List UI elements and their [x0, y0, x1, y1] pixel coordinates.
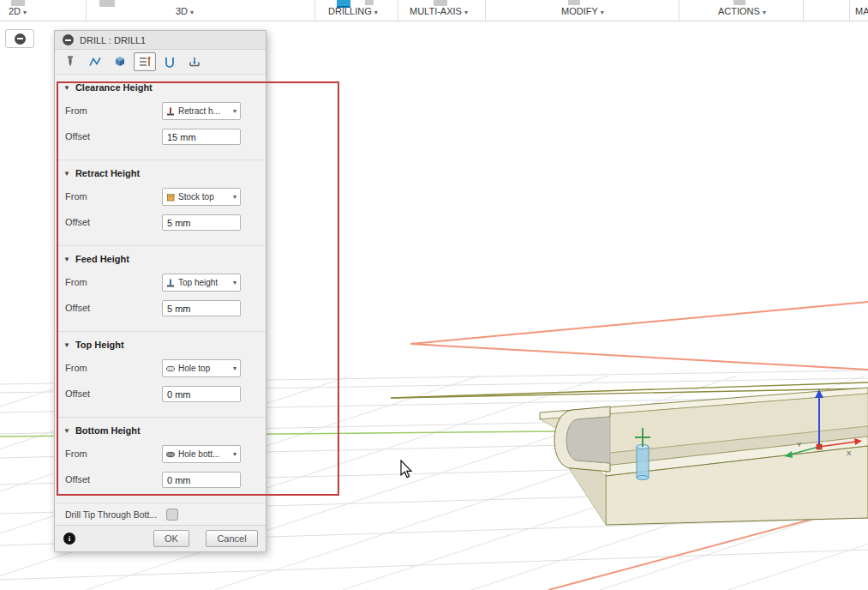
menu-actions[interactable]: ACTIONS▾ — [718, 6, 766, 16]
collapse-caret-icon: ▼ — [63, 256, 70, 263]
from-label: From — [65, 277, 87, 287]
dropdown-value: Hole bott... — [178, 449, 230, 459]
hole-bottom-icon — [165, 449, 176, 460]
offset-label: Offset — [65, 474, 90, 485]
toolbar-icon-partial[interactable] — [365, 0, 374, 5]
section-header[interactable]: ▼ Bottom Height — [63, 425, 141, 436]
toolbar-divider — [398, 0, 398, 21]
tab-tool[interactable] — [59, 52, 81, 71]
menu-3d[interactable]: 3D▾ — [176, 6, 194, 16]
menu-2d[interactable]: 2D▾ — [9, 6, 27, 16]
chevron-down-icon: ▾ — [23, 9, 27, 16]
drill-tip-checkbox[interactable] — [166, 509, 178, 521]
dialog-footer: i OK Cancel — [55, 526, 266, 551]
toolbar-icon-partial[interactable] — [99, 0, 115, 7]
dropdown-value: Top height — [178, 278, 230, 287]
hole-top-icon — [165, 364, 176, 374]
section-header[interactable]: ▼ Clearance Height — [63, 82, 153, 93]
cycle-tab-icon — [163, 55, 177, 69]
drill-tip-row: Drill Tip Through Bott... — [55, 503, 266, 526]
collapse-caret-icon: ▼ — [63, 427, 70, 435]
offset-label: Offset — [65, 303, 90, 313]
offset-label: Offset — [65, 388, 90, 399]
toolbar-icon-partial[interactable] — [11, 0, 25, 6]
collapse-caret-icon: ▼ — [63, 341, 70, 349]
toolbar-icon-partial[interactable] — [733, 0, 745, 5]
menu-drilling[interactable]: DRILLING▾ — [328, 6, 378, 16]
chevron-down-icon: ▾ — [233, 279, 237, 286]
dropdown-value: Stock top — [178, 192, 230, 202]
axis-x-label: X — [847, 449, 852, 457]
axis-y-label: Y — [797, 441, 802, 449]
clearance-from-dropdown[interactable]: Retract h... ▾ — [162, 102, 241, 120]
tab-heights[interactable] — [134, 52, 156, 71]
browser-collapse-button[interactable] — [5, 29, 34, 48]
info-icon[interactable]: i — [63, 533, 75, 545]
chevron-down-icon: ▾ — [233, 450, 237, 458]
menu-multi-axis[interactable]: MULTI-AXIS▾ — [410, 6, 468, 16]
toolbar-icon-partial[interactable] — [434, 0, 447, 6]
stock-top-icon — [165, 192, 176, 202]
chevron-down-icon: ▾ — [233, 193, 237, 201]
section-header[interactable]: ▼ Top Height — [63, 340, 124, 350]
from-label: From — [65, 191, 87, 202]
top-offset-input[interactable] — [162, 386, 241, 402]
toolbar-divider — [679, 0, 679, 21]
section-clearance-height: ▼ Clearance Height From Retract h... ▾ O… — [55, 75, 266, 160]
tab-cycle[interactable] — [159, 52, 181, 71]
toolbar-divider — [86, 0, 87, 21]
cancel-button[interactable]: Cancel — [206, 530, 258, 547]
feed-offset-input[interactable] — [162, 300, 241, 316]
feed-from-dropdown[interactable]: Top height ▾ — [162, 274, 241, 292]
drill-dialog: DRILL : DRILL1 ▼ Clearance Height From — [54, 30, 266, 552]
bottom-offset-input[interactable] — [162, 472, 241, 488]
from-label: From — [65, 449, 87, 459]
top-from-dropdown[interactable]: Hole top ▾ — [162, 359, 241, 377]
section-title: Retract Height — [75, 168, 140, 178]
retract-offset-input[interactable] — [162, 214, 241, 231]
chevron-down-icon: ▾ — [233, 107, 237, 115]
menu-ma-partial[interactable]: MA — [855, 6, 868, 16]
section-top-height: ▼ Top Height From Hole top ▾ Offset — [55, 332, 266, 418]
toolbar-divider — [314, 0, 315, 21]
dialog-tab-strip — [55, 50, 266, 75]
dialog-collapse-icon[interactable] — [63, 34, 74, 45]
tab-geometry[interactable] — [109, 52, 131, 71]
top-height-icon — [165, 278, 176, 288]
toolbar-divider — [849, 0, 850, 21]
section-title: Clearance Height — [75, 82, 153, 93]
dialog-title-bar[interactable]: DRILL : DRILL1 — [55, 31, 266, 50]
tab-toolpath[interactable] — [84, 52, 106, 71]
clearance-offset-input[interactable] — [162, 129, 241, 145]
from-label: From — [65, 363, 87, 373]
chevron-down-icon: ▾ — [464, 9, 468, 16]
offset-label: Offset — [65, 217, 90, 227]
dropdown-value: Retract h... — [178, 106, 230, 116]
ok-button[interactable]: OK — [153, 530, 189, 547]
toolpath-tab-icon — [88, 55, 102, 69]
section-title: Feed Height — [75, 254, 129, 264]
from-label: From — [65, 105, 87, 116]
tab-linking[interactable] — [183, 52, 206, 71]
ribbon-toolbar: 2D▾ 3D▾ DRILLING▾ MULTI-AXIS▾ MODIFY▾ AC… — [0, 0, 868, 21]
toolbar-icon-partial[interactable] — [568, 0, 580, 5]
chevron-down-icon: ▾ — [601, 9, 604, 16]
toolbar-divider — [803, 0, 804, 21]
dropdown-value: Hole top — [178, 364, 230, 373]
tool-tab-icon — [63, 55, 77, 69]
dialog-title: DRILL : DRILL1 — [80, 35, 146, 45]
retract-from-dropdown[interactable]: Stock top ▾ — [162, 188, 241, 206]
section-bottom-height: ▼ Bottom Height From Hole bott... ▾ Offs… — [55, 418, 266, 503]
chevron-down-icon: ▾ — [233, 364, 237, 372]
chevron-down-icon: ▾ — [190, 9, 194, 16]
section-header[interactable]: ▼ Feed Height — [63, 254, 129, 264]
collapse-caret-icon: ▼ — [63, 170, 70, 178]
section-header[interactable]: ▼ Retract Height — [63, 168, 140, 178]
bottom-from-dropdown[interactable]: Hole bott... ▾ — [162, 445, 241, 463]
section-feed-height: ▼ Feed Height From Top height ▾ Offset — [55, 246, 266, 332]
toolbar-divider — [485, 0, 486, 21]
linking-tab-icon — [188, 55, 201, 69]
geometry-tab-icon — [113, 55, 127, 69]
drill-tip-label: Drill Tip Through Bott... — [65, 509, 157, 520]
menu-modify[interactable]: MODIFY▾ — [561, 6, 604, 16]
